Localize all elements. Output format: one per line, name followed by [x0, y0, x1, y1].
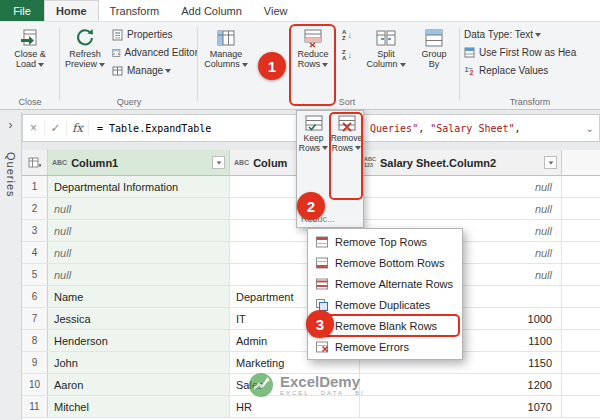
tab-file[interactable]: File	[0, 0, 44, 21]
chevron-down-icon	[216, 161, 221, 164]
column-header-salary-sheet-column2[interactable]: ABC123 Salary Sheet.Column2	[360, 150, 562, 176]
row-number[interactable]: 11	[22, 396, 48, 417]
row-number[interactable]: 9	[22, 352, 48, 373]
column-header-column1[interactable]: ABC Column1	[48, 150, 230, 176]
row-number[interactable]: 8	[22, 330, 48, 351]
refresh-preview-button[interactable]: Refresh Preview	[62, 25, 108, 97]
expand-formula-bar-icon[interactable]: ⌄	[586, 123, 594, 134]
filter-dropdown-button[interactable]	[544, 156, 557, 169]
power-query-editor-window: File Home Transform Add Column View Clos…	[0, 0, 600, 420]
close-and-load-label-2: Load	[16, 59, 44, 69]
reduce-rows-label-2: Rows	[298, 59, 329, 69]
chevron-down-icon	[535, 33, 541, 37]
tab-transform[interactable]: Transform	[99, 0, 171, 21]
menu-item-remove-bottom-rows[interactable]: Remove Bottom Rows	[308, 252, 462, 273]
group-by-label-1: Group	[421, 49, 446, 59]
cell[interactable]: Mitchel	[48, 396, 230, 417]
close-and-load-button[interactable]: Close & Load	[4, 25, 56, 97]
cell[interactable]: null	[48, 264, 230, 285]
queries-pane-collapsed[interactable]: › Queries	[0, 112, 22, 420]
menu-item-label: Remove Errors	[335, 341, 409, 353]
replace-values-button[interactable]: 1 2 Replace Values	[464, 63, 596, 78]
reduce-rows-icon	[302, 27, 324, 49]
arrow-down-icon: ↓	[347, 50, 352, 60]
tab-home[interactable]: Home	[44, 0, 99, 21]
formula-text-right: Queries", "Salary Sheet",	[370, 123, 521, 134]
tab-add-column[interactable]: Add Column	[170, 0, 253, 21]
chevron-down-icon	[322, 146, 328, 150]
row-number[interactable]: 2	[22, 198, 48, 219]
menu-item-label: Remove Bottom Rows	[335, 257, 444, 269]
confirm-formula-icon[interactable]: ✓	[45, 121, 67, 135]
cell[interactable]: Aaron	[48, 374, 230, 395]
reduce-rows-button[interactable]: Reduce Rows	[292, 25, 334, 97]
row-number[interactable]: 4	[22, 242, 48, 263]
cell[interactable]: null	[48, 220, 230, 241]
row-number[interactable]: 10	[22, 374, 48, 395]
select-all-corner-button[interactable]	[22, 150, 48, 176]
split-column-button[interactable]: Split Column	[362, 25, 410, 97]
cell[interactable]: null	[360, 176, 562, 197]
ribbon: Close & Load Refresh Preview Properties	[0, 22, 600, 110]
cell[interactable]: Henderson	[48, 330, 230, 351]
properties-icon	[112, 29, 123, 41]
watermark-tagline: EXCEL · DATA · BI	[280, 390, 365, 396]
cell[interactable]: HR	[230, 396, 360, 417]
callout-2: 2	[297, 192, 325, 220]
sort-ascending-button[interactable]: AZ↓	[336, 27, 358, 43]
cancel-formula-icon[interactable]: ×	[23, 121, 45, 135]
any-type-icon: ABC123	[364, 157, 376, 168]
menu-item-remove-errors[interactable]: Remove Errors	[308, 336, 462, 357]
queries-pane-label: Queries	[0, 152, 22, 198]
manage-button[interactable]: Manage	[112, 63, 198, 78]
reduce-rows-label-1: Reduce	[297, 49, 328, 59]
manage-icon	[112, 65, 123, 77]
arrow-down-icon: ↓	[347, 30, 352, 40]
cell[interactable]: null	[48, 198, 230, 219]
cell[interactable]: Jessica	[48, 308, 230, 329]
use-first-row-button[interactable]: Use First Row as Hea	[464, 45, 596, 60]
cell[interactable]: 1200	[360, 374, 562, 395]
menu-item-label: Remove Top Rows	[335, 236, 427, 248]
row-number[interactable]: 3	[22, 220, 48, 241]
menu-item-remove-duplicates[interactable]: Remove Duplicates	[308, 294, 462, 315]
remove-errors-icon	[315, 340, 329, 354]
sort-za-icon: ZA	[342, 49, 346, 61]
column2-name: Colum	[253, 157, 287, 169]
table-corner-icon	[28, 157, 42, 169]
menu-item-label: Remove Blank Rows	[335, 320, 437, 332]
row-number[interactable]: 7	[22, 308, 48, 329]
text-type-icon: ABC	[234, 159, 249, 166]
keep-rows-button[interactable]: Keep Rows	[297, 114, 330, 197]
table-row: 11 Mitchel HR 1070	[22, 396, 600, 418]
manage-columns-button[interactable]: Manage Columns	[200, 25, 252, 97]
sort-descending-button[interactable]: ZA↓	[336, 47, 358, 63]
cell[interactable]: null	[360, 198, 562, 219]
tab-add-column-label: Add Column	[181, 5, 242, 17]
data-type-button[interactable]: Data Type: Text	[464, 27, 596, 42]
ribbon-tab-bar: File Home Transform Add Column View	[0, 0, 600, 22]
cell[interactable]: null	[48, 242, 230, 263]
remove-rows-label-2: Rows	[332, 144, 361, 154]
split-column-icon	[375, 27, 397, 49]
advanced-editor-button[interactable]: Advanced Editor	[112, 45, 198, 60]
group-label-close: Close	[4, 97, 56, 107]
properties-button[interactable]: Properties	[112, 27, 198, 42]
cell[interactable]: John	[48, 352, 230, 373]
callout-3: 3	[306, 310, 334, 338]
row-number[interactable]: 5	[22, 264, 48, 285]
cell[interactable]: Name	[48, 286, 230, 307]
row-number[interactable]: 6	[22, 286, 48, 307]
tab-view[interactable]: View	[253, 0, 299, 21]
group-by-icon	[423, 27, 445, 49]
menu-item-remove-alternate-rows[interactable]: Remove Alternate Rows	[308, 273, 462, 294]
cell[interactable]: Departmental Information	[48, 176, 230, 197]
menu-item-remove-top-rows[interactable]: Remove Top Rows	[308, 231, 462, 252]
row-number[interactable]: 1	[22, 176, 48, 197]
cell[interactable]: 1070	[360, 396, 562, 417]
group-by-button[interactable]: Group By	[412, 25, 456, 97]
filter-dropdown-button[interactable]	[212, 156, 225, 169]
remove-rows-button[interactable]: Remove Rows	[330, 114, 363, 197]
expand-pane-icon[interactable]: ›	[0, 112, 21, 132]
chevron-down-icon	[400, 63, 406, 67]
